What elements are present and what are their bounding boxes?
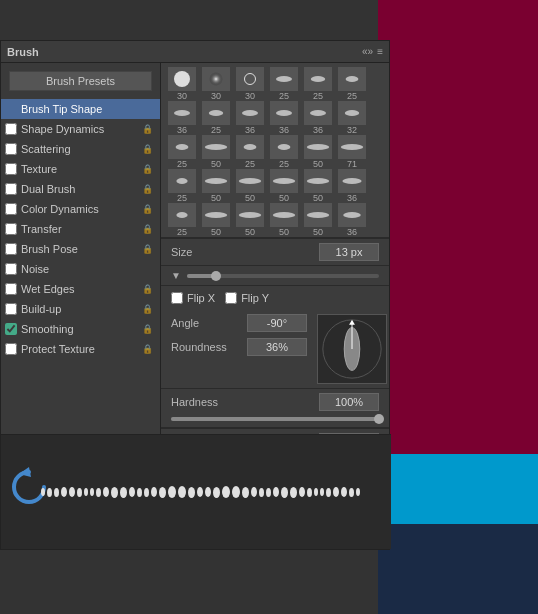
angle-value[interactable]: -90° (247, 314, 307, 332)
stroke-dot-10 (111, 487, 118, 498)
brush-cell-0[interactable]: 30 (165, 67, 199, 101)
brush-presets-button[interactable]: Brush Presets (9, 71, 152, 91)
sidebar-checkbox-smoothing[interactable] (5, 323, 17, 335)
brush-cell-25[interactable]: 50 (199, 203, 233, 237)
sidebar-item-noise[interactable]: Noise (1, 259, 160, 279)
brush-cell-29[interactable]: 36 (335, 203, 369, 237)
brush-cell-16[interactable]: 50 (301, 135, 335, 169)
brush-cell-label-18: 25 (177, 193, 187, 203)
brush-preview-7 (202, 101, 230, 125)
flip-x-checkbox[interactable] (171, 292, 183, 304)
brush-cell-13[interactable]: 50 (199, 135, 233, 169)
lock-icon-scattering: 🔒 (142, 143, 152, 155)
brush-preview-24 (168, 203, 196, 227)
brush-cell-10[interactable]: 36 (301, 101, 335, 135)
brush-cell-24[interactable]: 25 (165, 203, 199, 237)
stroke-dot-12 (129, 487, 135, 497)
stroke-dot-7 (90, 488, 94, 496)
sidebar-item-build-up[interactable]: Build-up🔒 (1, 299, 160, 319)
sidebar-checkbox-wet-edges[interactable] (5, 283, 17, 295)
roundness-value[interactable]: 36% (247, 338, 307, 356)
brush-cell-label-9: 36 (279, 125, 289, 135)
stroke-dot-33 (307, 488, 312, 497)
stroke-dot-13 (137, 488, 142, 497)
brush-cell-28[interactable]: 50 (301, 203, 335, 237)
sidebar-checkbox-build-up[interactable] (5, 303, 17, 315)
size-value[interactable]: 13 px (319, 243, 379, 261)
sidebar-checkbox-noise[interactable] (5, 263, 17, 275)
sidebar-label-shape-dynamics: Shape Dynamics (21, 123, 104, 135)
sidebar-item-protect-texture[interactable]: Protect Texture🔒 (1, 339, 160, 359)
stroke-dot-11 (120, 487, 127, 498)
brush-preview-20 (236, 169, 264, 193)
sidebar-item-texture[interactable]: Texture🔒 (1, 159, 160, 179)
sidebar-checkbox-scattering[interactable] (5, 143, 17, 155)
stroke-dot-24 (232, 486, 240, 498)
sidebar-label-scattering: Scattering (21, 143, 71, 155)
sidebar-item-dual-brush[interactable]: Dual Brush🔒 (1, 179, 160, 199)
sidebar-label-brush-pose: Brush Pose (21, 243, 78, 255)
panel-arrows-icon[interactable]: «» (362, 46, 373, 57)
brush-cell-5[interactable]: 25 (335, 67, 369, 101)
brush-cell-1[interactable]: 30 (199, 67, 233, 101)
brush-preview-15 (270, 135, 298, 159)
size-slider-track[interactable] (187, 274, 379, 278)
brush-cell-17[interactable]: 71 (335, 135, 369, 169)
sidebar-item-brush-tip-shape[interactable]: Brush Tip Shape (1, 99, 160, 119)
brush-cell-26[interactable]: 50 (233, 203, 267, 237)
brush-cell-20[interactable]: 50 (233, 169, 267, 203)
panel-menu-icon[interactable]: ≡ (377, 46, 383, 57)
size-slider-thumb[interactable] (211, 271, 221, 281)
sidebar-item-scattering[interactable]: Scattering🔒 (1, 139, 160, 159)
sidebar-checkbox-shape-dynamics[interactable] (5, 123, 17, 135)
sidebar-checkbox-brush-pose[interactable] (5, 243, 17, 255)
flip-y-checkbox[interactable] (225, 292, 237, 304)
brush-cell-7[interactable]: 25 (199, 101, 233, 135)
brush-cell-19[interactable]: 50 (199, 169, 233, 203)
brush-cell-8[interactable]: 36 (233, 101, 267, 135)
sidebar-item-color-dynamics[interactable]: Color Dynamics🔒 (1, 199, 160, 219)
stroke-dot-3 (61, 487, 67, 497)
brush-cell-18[interactable]: 25 (165, 169, 199, 203)
hardness-slider-container (161, 415, 389, 428)
brush-cell-15[interactable]: 25 (267, 135, 301, 169)
brush-cell-27[interactable]: 50 (267, 203, 301, 237)
sidebar-checkbox-dual-brush[interactable] (5, 183, 17, 195)
brush-preview-10 (304, 101, 332, 125)
sidebar-checkbox-color-dynamics[interactable] (5, 203, 17, 215)
brush-cell-label-11: 32 (347, 125, 357, 135)
brush-cell-12[interactable]: 25 (165, 135, 199, 169)
brush-cell-6[interactable]: 36 (165, 101, 199, 135)
sidebar-label-brush-tip-shape: Brush Tip Shape (21, 103, 102, 115)
brush-cell-23[interactable]: 36 (335, 169, 369, 203)
sidebar-label-dual-brush: Dual Brush (21, 183, 75, 195)
sidebar-item-brush-pose[interactable]: Brush Pose🔒 (1, 239, 160, 259)
sidebar-item-smoothing[interactable]: Smoothing🔒 (1, 319, 160, 339)
brush-preview-11 (338, 101, 366, 125)
sidebar-label-wet-edges: Wet Edges (21, 283, 75, 295)
brush-cell-4[interactable]: 25 (301, 67, 335, 101)
brush-cell-22[interactable]: 50 (301, 169, 335, 203)
brush-cell-21[interactable]: 50 (267, 169, 301, 203)
flip-y-option: Flip Y (225, 292, 269, 304)
sidebar-item-transfer[interactable]: Transfer🔒 (1, 219, 160, 239)
hardness-slider-thumb[interactable] (374, 414, 384, 424)
sidebar-checkbox-transfer[interactable] (5, 223, 17, 235)
brush-cell-11[interactable]: 32 (335, 101, 369, 135)
brush-cell-label-10: 36 (313, 125, 323, 135)
hardness-slider-track[interactable] (171, 417, 379, 421)
brush-cell-2[interactable]: 30 (233, 67, 267, 101)
brush-cell-9[interactable]: 36 (267, 101, 301, 135)
sidebar-item-shape-dynamics[interactable]: Shape Dynamics🔒 (1, 119, 160, 139)
brush-cell-label-3: 25 (279, 91, 289, 101)
brush-cell-label-22: 50 (313, 193, 323, 203)
stroke-dot-23 (222, 486, 230, 498)
sidebar-checkbox-texture[interactable] (5, 163, 17, 175)
stroke-dot-32 (299, 487, 305, 497)
brush-cell-14[interactable]: 25 (233, 135, 267, 169)
brush-cell-3[interactable]: 25 (267, 67, 301, 101)
hardness-slider-fill (171, 417, 379, 421)
sidebar-item-wet-edges[interactable]: Wet Edges🔒 (1, 279, 160, 299)
sidebar-checkbox-protect-texture[interactable] (5, 343, 17, 355)
hardness-value[interactable]: 100% (319, 393, 379, 411)
